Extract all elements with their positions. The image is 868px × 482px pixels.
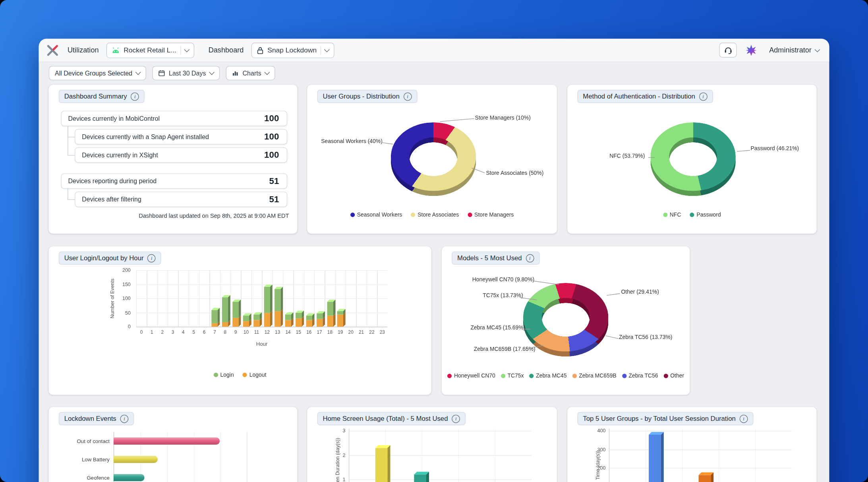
tree-connector bbox=[68, 126, 75, 156]
lockdown-profile-selector[interactable]: Snap Lockdown bbox=[251, 43, 334, 58]
bar-hour-9[interactable] bbox=[233, 302, 239, 327]
info-icon[interactable]: i bbox=[131, 92, 139, 101]
card-title: Dashboard Summary i bbox=[59, 90, 145, 103]
bar-segment-logout[interactable] bbox=[285, 320, 291, 327]
legend-item[interactable]: Seasonal Workers bbox=[350, 211, 402, 217]
bar-hour-10[interactable] bbox=[243, 316, 249, 327]
bar-segment-logout[interactable] bbox=[296, 319, 302, 327]
card-title-text: Home Screen Usage (Total) - 5 Most Used bbox=[323, 415, 448, 423]
x-axis-tick-label: 15 bbox=[294, 329, 303, 335]
bar-segment-logout[interactable] bbox=[233, 318, 239, 327]
x-axis-tick-label: 7 bbox=[210, 329, 219, 335]
calendar-icon bbox=[159, 70, 165, 77]
legend-item[interactable]: Honeywell CN70 bbox=[447, 373, 495, 379]
models-donut[interactable] bbox=[523, 283, 609, 352]
slice-label: Store Associates (50%) bbox=[486, 170, 543, 176]
x-axis-tick-label: 6 bbox=[200, 329, 209, 335]
bar-segment-login[interactable] bbox=[296, 313, 302, 318]
info-icon[interactable]: i bbox=[740, 414, 748, 423]
bar-hour-18[interactable] bbox=[327, 302, 333, 327]
info-icon[interactable]: i bbox=[147, 254, 156, 262]
legend-dot bbox=[572, 374, 577, 378]
bar-1[interactable] bbox=[649, 434, 661, 482]
legend-item[interactable]: Zebra MC659B bbox=[572, 373, 617, 379]
bar-hour-7[interactable] bbox=[212, 310, 218, 327]
info-icon[interactable]: i bbox=[526, 254, 534, 262]
info-icon[interactable]: i bbox=[699, 92, 708, 101]
donut-chart[interactable] bbox=[523, 283, 609, 352]
legend-item[interactable]: Password bbox=[690, 211, 721, 217]
bar-segment-logout[interactable] bbox=[243, 321, 249, 327]
auth-method-donut[interactable] bbox=[650, 122, 736, 191]
bar-hour-16[interactable] bbox=[306, 316, 312, 327]
login-logout-plot[interactable] bbox=[136, 270, 388, 327]
legend-item[interactable]: TC75x bbox=[501, 373, 524, 379]
bar-segment-logout[interactable] bbox=[212, 323, 218, 327]
bar-segment-logout[interactable] bbox=[222, 322, 228, 327]
bar-segment-login[interactable] bbox=[285, 315, 291, 320]
bar-hour-13[interactable] bbox=[275, 289, 280, 327]
legend-item[interactable]: Store Managers bbox=[468, 211, 514, 217]
bar-hour-11[interactable] bbox=[253, 315, 259, 327]
bar-segment-logout[interactable] bbox=[253, 320, 259, 327]
y-axis-tick-label: 1 bbox=[325, 477, 345, 482]
bar-1[interactable] bbox=[375, 448, 388, 482]
bar-segment-login[interactable] bbox=[306, 316, 312, 320]
bar-segment-login[interactable] bbox=[212, 310, 218, 323]
donut-chart[interactable] bbox=[650, 122, 736, 191]
leader-line bbox=[440, 118, 474, 122]
device-groups-filter[interactable]: All Device Groups Selected bbox=[49, 66, 146, 80]
bar-hour-15[interactable] bbox=[296, 313, 302, 327]
bar-hour-14[interactable] bbox=[285, 315, 291, 327]
support-button[interactable] bbox=[719, 43, 737, 58]
bar-segment-login[interactable] bbox=[233, 302, 239, 318]
legend-item[interactable]: Login bbox=[214, 372, 234, 377]
bar-2[interactable] bbox=[414, 474, 426, 482]
bar-segment-login[interactable] bbox=[275, 289, 280, 311]
bar-segment-login[interactable] bbox=[316, 314, 322, 319]
legend-item[interactable]: Logout bbox=[243, 372, 266, 377]
x-axis-tick-label: 14 bbox=[284, 329, 292, 335]
legend-item[interactable]: Zebra TC56 bbox=[622, 373, 658, 379]
tree-connector bbox=[68, 189, 75, 200]
donut-chart[interactable] bbox=[391, 122, 476, 191]
legend-item[interactable]: Other bbox=[663, 373, 684, 379]
device-group-selector[interactable]: Rocket Retail L... bbox=[106, 43, 194, 58]
bar-segment-login[interactable] bbox=[243, 316, 249, 321]
x-axis-tick-label: 12 bbox=[263, 329, 271, 335]
bar-segment-login[interactable] bbox=[337, 311, 343, 315]
bar-2[interactable] bbox=[699, 475, 711, 482]
x-axis-tick-label: 20 bbox=[346, 329, 355, 335]
info-icon[interactable]: i bbox=[403, 92, 412, 101]
bar-hour-8[interactable] bbox=[222, 297, 228, 327]
user-groups-donut[interactable] bbox=[391, 122, 476, 191]
bar-segment-login[interactable] bbox=[222, 297, 228, 322]
bar-segment-login[interactable] bbox=[327, 302, 333, 316]
user-menu[interactable]: Administrator bbox=[766, 45, 823, 55]
legend-item[interactable]: Store Associates bbox=[411, 211, 459, 217]
date-range-filter[interactable]: Last 30 Days bbox=[152, 66, 220, 80]
bar-low-battery[interactable] bbox=[114, 456, 158, 463]
info-icon[interactable]: i bbox=[120, 414, 128, 423]
legend-item[interactable]: NFC bbox=[663, 211, 681, 217]
bar-segment-login[interactable] bbox=[264, 287, 270, 313]
soti-apps-icon[interactable] bbox=[745, 43, 758, 56]
bar-hour-17[interactable] bbox=[316, 314, 322, 327]
bar-segment-logout[interactable] bbox=[316, 319, 322, 327]
bar-segment-logout[interactable] bbox=[327, 316, 333, 327]
slice-label: Zebra TC56 (13.73%) bbox=[619, 334, 673, 340]
bar-segment-login[interactable] bbox=[253, 315, 259, 320]
bar-hour-19[interactable] bbox=[337, 311, 343, 327]
bar-segment-logout[interactable] bbox=[337, 315, 343, 327]
bar-segment-logout[interactable] bbox=[275, 311, 280, 327]
info-icon[interactable]: i bbox=[452, 414, 460, 423]
bar-segment-logout[interactable] bbox=[264, 313, 270, 327]
bar-geofence[interactable] bbox=[114, 474, 145, 481]
chart-type-filter[interactable]: Charts bbox=[226, 66, 275, 80]
card-title: Top 5 User Groups - by Total User Sessio… bbox=[577, 412, 753, 425]
bar-out-of-contact[interactable] bbox=[114, 437, 220, 445]
bar-hour-12[interactable] bbox=[264, 287, 270, 327]
legend-item[interactable]: Zebra MC45 bbox=[529, 373, 566, 379]
filter-bar: All Device Groups Selected Last 30 Days bbox=[49, 66, 275, 80]
bar-segment-logout[interactable] bbox=[306, 320, 312, 327]
